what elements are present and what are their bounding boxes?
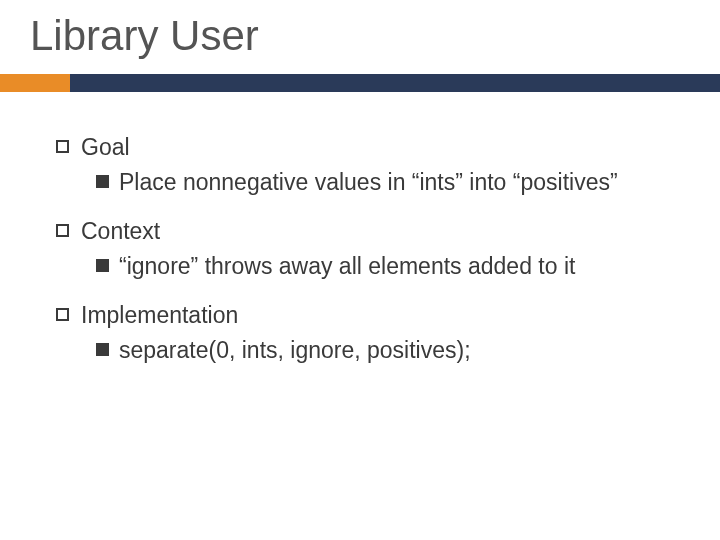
subbullet-context-1: “ignore” throws away all elements added … [96,251,680,282]
slide: { "title": "Library User", "bullets": { … [0,0,720,540]
filled-square-icon [96,259,109,272]
content-area: Goal Place nonnegative values in “ints” … [0,92,720,366]
subbullet-implementation-1: separate(0, ints, ignore, positives); [96,335,680,366]
bullet-goal: Goal [56,132,680,163]
subbullet-text: “ignore” throws away all elements added … [119,251,680,282]
subbullet-text: separate(0, ints, ignore, positives); [119,335,680,366]
hollow-square-icon [56,140,69,153]
subbullet-goal-1: Place nonnegative values in “ints” into … [96,167,680,198]
slide-title: Library User [30,12,720,60]
accent-navy [70,74,720,92]
hollow-square-icon [56,224,69,237]
bullet-text: Implementation [81,300,680,331]
filled-square-icon [96,175,109,188]
bullet-text: Context [81,216,680,247]
accent-bar [0,74,720,92]
bullet-context: Context [56,216,680,247]
subbullet-text: Place nonnegative values in “ints” into … [119,167,680,198]
accent-orange [0,74,70,92]
hollow-square-icon [56,308,69,321]
filled-square-icon [96,343,109,356]
bullet-text: Goal [81,132,680,163]
bullet-implementation: Implementation [56,300,680,331]
title-area: Library User [0,0,720,60]
